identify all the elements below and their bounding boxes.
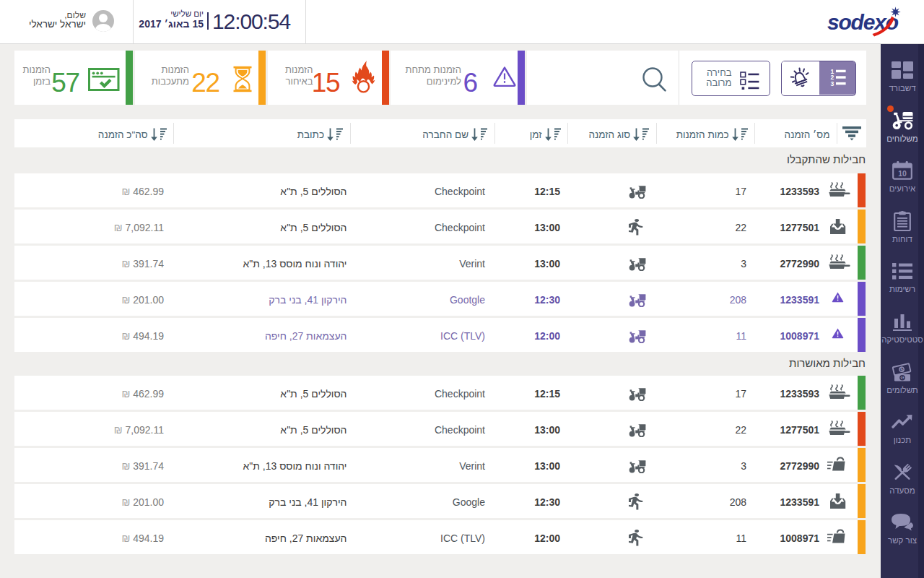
svg-text:10: 10 (898, 169, 907, 178)
svg-text:$: $ (901, 375, 904, 380)
svg-text:sodexo: sodexo (827, 10, 899, 34)
svg-text:3: 3 (830, 80, 834, 87)
